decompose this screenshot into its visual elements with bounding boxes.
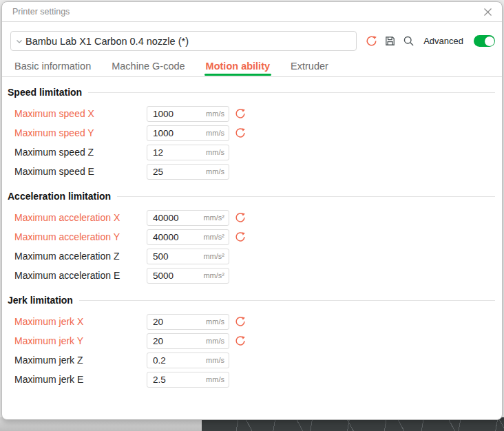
- undo-icon[interactable]: [235, 212, 246, 223]
- search-icon[interactable]: [402, 35, 414, 48]
- setting-row: Maximum jerk E 2.5 mm/s: [8, 370, 495, 389]
- value-input[interactable]: 5000 mm/s²: [147, 268, 229, 284]
- tab-motion-ability[interactable]: Motion ability: [206, 61, 270, 76]
- toggle-knob: [485, 36, 494, 46]
- input-value: 1000: [147, 109, 174, 119]
- value-input[interactable]: 0.2 mm/s: [147, 353, 229, 368]
- unit-label: mm/s: [206, 317, 229, 326]
- chevron-down-icon: [15, 37, 23, 45]
- setting-label: Maximum speed Y: [8, 127, 147, 138]
- setting-row: Maximum speed E 25 mm/s: [8, 162, 495, 181]
- setting-label: Maximum jerk Z: [8, 355, 147, 366]
- setting-row: Maximum acceleration Z 500 mm/s²: [8, 246, 495, 266]
- input-value: 12: [147, 147, 163, 158]
- setting-label: Maximum speed X: [8, 108, 147, 119]
- unit-label: mm/s: [206, 109, 229, 118]
- value-input[interactable]: 40000 mm/s²: [147, 210, 229, 226]
- advanced-toggle[interactable]: [474, 35, 495, 47]
- preset-row: Bambu Lab X1 Carbon 0.4 nozzle (*): [2, 22, 502, 51]
- save-icon[interactable]: [384, 35, 396, 48]
- value-input[interactable]: 20 mm/s: [147, 333, 229, 349]
- unit-label: mm/s: [206, 129, 229, 137]
- settings-section: Jerk limitation Maximum jerk X 20 mm/s M…: [8, 295, 495, 389]
- close-icon[interactable]: [481, 6, 494, 18]
- input-value: 25: [147, 167, 163, 177]
- value-input[interactable]: 1000 mm/s: [147, 125, 229, 141]
- input-value: 5000: [147, 271, 174, 281]
- undo-icon[interactable]: [235, 335, 246, 346]
- unit-label: mm/s²: [203, 213, 229, 222]
- input-value: 2.5: [147, 375, 166, 385]
- setting-row: Maximum jerk Y 20 mm/s: [8, 331, 495, 350]
- unit-label: mm/s: [206, 148, 229, 156]
- unit-label: mm/s: [206, 337, 229, 345]
- reset-preset-icon[interactable]: [365, 35, 377, 48]
- setting-label: Maximum jerk E: [8, 374, 147, 385]
- section-rows: Maximum jerk X 20 mm/s Maximum jerk Y 20…: [8, 312, 495, 389]
- setting-row: Maximum speed Z 12 mm/s: [8, 143, 495, 162]
- setting-label: Maximum acceleration E: [8, 270, 147, 281]
- undo-icon[interactable]: [235, 127, 246, 138]
- undo-icon[interactable]: [235, 316, 246, 327]
- unit-label: mm/s: [206, 167, 229, 176]
- dialog-title: Printer settings: [12, 7, 70, 17]
- tab-extruder[interactable]: Extruder: [291, 61, 328, 76]
- settings-section: Acceleration limitation Maximum accelera…: [8, 191, 495, 285]
- section-title: Speed limitation: [8, 87, 495, 98]
- value-input[interactable]: 500 mm/s²: [147, 249, 229, 264]
- section-title: Acceleration limitation: [8, 191, 495, 202]
- setting-label: Maximum jerk Y: [8, 335, 147, 346]
- input-value: 40000: [147, 213, 179, 223]
- advanced-label: Advanced: [423, 36, 463, 46]
- section-title: Jerk limitation: [8, 295, 495, 306]
- setting-label: Maximum acceleration Z: [8, 251, 147, 262]
- settings-tabs: Basic informationMachine G-codeMotion ab…: [2, 61, 502, 77]
- dialog-titlebar: Printer settings: [2, 2, 502, 22]
- setting-label: Maximum speed Z: [8, 147, 147, 158]
- value-input[interactable]: 1000 mm/s: [147, 106, 229, 122]
- value-input[interactable]: 2.5 mm/s: [147, 372, 229, 388]
- section-rows: Maximum speed X 1000 mm/s Maximum speed …: [8, 104, 495, 181]
- setting-label: Maximum acceleration Y: [8, 231, 147, 242]
- unit-label: mm/s: [206, 375, 229, 383]
- setting-row: Maximum acceleration Y 40000 mm/s²: [8, 227, 495, 246]
- setting-label: Maximum acceleration X: [8, 212, 147, 223]
- value-input[interactable]: 12 mm/s: [147, 145, 229, 160]
- value-input[interactable]: 20 mm/s: [147, 314, 229, 330]
- input-value: 20: [147, 317, 163, 327]
- unit-label: mm/s²: [203, 252, 229, 260]
- input-value: 1000: [147, 128, 174, 138]
- setting-row: Maximum acceleration X 40000 mm/s²: [8, 208, 495, 227]
- setting-row: Maximum speed Y 1000 mm/s: [8, 123, 495, 143]
- unit-label: mm/s: [206, 356, 229, 364]
- tab-basic-information[interactable]: Basic information: [14, 61, 91, 76]
- input-value: 500: [147, 251, 169, 262]
- undo-icon[interactable]: [235, 231, 246, 242]
- value-input[interactable]: 25 mm/s: [147, 164, 229, 180]
- motion-ability-content: Speed limitation Maximum speed X 1000 mm…: [2, 87, 502, 389]
- input-value: 0.2: [147, 355, 166, 366]
- setting-row: Maximum jerk Z 0.2 mm/s: [8, 350, 495, 370]
- printer-preset-select[interactable]: Bambu Lab X1 Carbon 0.4 nozzle (*): [10, 31, 357, 51]
- unit-label: mm/s²: [203, 271, 229, 280]
- setting-row: Maximum acceleration E 5000 mm/s²: [8, 266, 495, 285]
- unit-label: mm/s²: [203, 233, 229, 241]
- input-value: 20: [147, 336, 163, 346]
- printer-settings-dialog: Printer settings Bambu Lab X1 Carbon 0.4…: [1, 1, 503, 420]
- section-rows: Maximum acceleration X 40000 mm/s² Maxim…: [8, 208, 495, 285]
- value-input[interactable]: 40000 mm/s²: [147, 229, 229, 245]
- undo-icon[interactable]: [235, 108, 246, 119]
- preset-name: Bambu Lab X1 Carbon 0.4 nozzle (*): [25, 36, 189, 47]
- settings-section: Speed limitation Maximum speed X 1000 mm…: [8, 87, 495, 181]
- tab-machine-g-code[interactable]: Machine G-code: [112, 61, 185, 76]
- input-value: 40000: [147, 232, 179, 242]
- setting-row: Maximum jerk X 20 mm/s: [8, 312, 495, 331]
- preset-toolbar: Advanced: [365, 35, 495, 48]
- setting-label: Maximum jerk X: [8, 316, 147, 327]
- setting-label: Maximum speed E: [8, 166, 147, 177]
- setting-row: Maximum speed X 1000 mm/s: [8, 104, 495, 123]
